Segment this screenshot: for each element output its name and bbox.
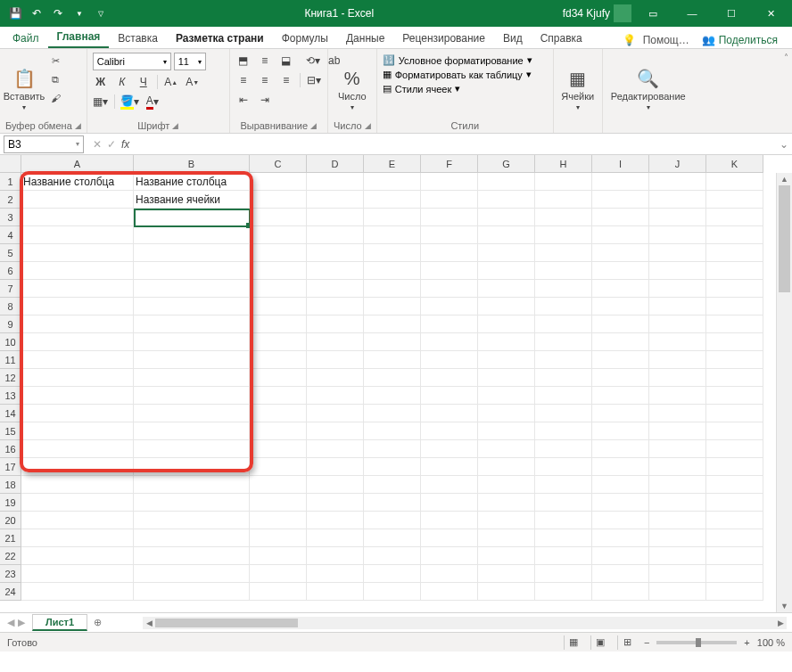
row-header[interactable]: 15 [0, 422, 21, 440]
cell[interactable] [21, 351, 134, 369]
cell[interactable] [421, 209, 478, 226]
column-header[interactable]: D [307, 155, 364, 173]
cell[interactable] [21, 458, 134, 476]
cell[interactable] [307, 405, 364, 422]
cell[interactable] [364, 565, 421, 583]
cell[interactable] [421, 316, 478, 333]
cell[interactable] [478, 529, 535, 547]
cell[interactable] [535, 191, 592, 209]
cell[interactable] [649, 173, 706, 191]
cell[interactable] [21, 387, 134, 405]
cell[interactable] [649, 387, 706, 405]
sheet-prev-icon[interactable]: ◀ [7, 617, 14, 628]
column-header[interactable]: J [649, 155, 706, 173]
cell[interactable] [364, 512, 421, 529]
cell[interactable] [364, 476, 421, 494]
tab-review[interactable]: Рецензирование [393, 29, 494, 48]
copy-icon[interactable]: ⧉ [46, 71, 64, 87]
cell[interactable] [478, 226, 535, 244]
cell[interactable] [21, 369, 134, 387]
cell[interactable] [134, 547, 250, 565]
cell[interactable] [421, 458, 478, 476]
cell[interactable] [592, 583, 649, 601]
cell[interactable] [134, 476, 250, 494]
cell[interactable] [21, 209, 134, 226]
cell[interactable] [307, 351, 364, 369]
cell[interactable] [592, 440, 649, 458]
cell[interactable] [21, 476, 134, 494]
zoom-slider[interactable] [656, 641, 737, 644]
tellme-label[interactable]: Помощ… [643, 34, 689, 46]
cell[interactable] [421, 280, 478, 298]
cell[interactable] [649, 583, 706, 601]
cell[interactable] [21, 512, 134, 529]
undo-icon[interactable]: ↶ [27, 4, 46, 23]
column-header[interactable]: A [21, 155, 134, 173]
cell[interactable] [535, 351, 592, 369]
column-header[interactable]: K [706, 155, 763, 173]
horizontal-scrollbar[interactable]: ◀ ▶ [143, 617, 787, 629]
cell[interactable] [478, 244, 535, 262]
cell[interactable] [364, 173, 421, 191]
cell[interactable] [592, 458, 649, 476]
cell[interactable]: Название столбца [21, 173, 134, 191]
cell[interactable] [592, 351, 649, 369]
row-header[interactable]: 20 [0, 512, 21, 529]
tab-view[interactable]: Вид [494, 29, 532, 48]
cell[interactable] [364, 547, 421, 565]
column-header[interactable]: G [478, 155, 535, 173]
scroll-left-icon[interactable]: ◀ [143, 617, 155, 629]
cell[interactable] [706, 529, 763, 547]
cell[interactable] [706, 422, 763, 440]
cell[interactable] [649, 316, 706, 333]
grow-font-icon[interactable]: A▲ [163, 74, 179, 90]
cell[interactable] [421, 565, 478, 583]
cell[interactable] [21, 316, 134, 333]
cell[interactable] [250, 405, 307, 422]
cell[interactable] [535, 494, 592, 512]
column-header[interactable]: E [364, 155, 421, 173]
select-all-button[interactable] [0, 155, 21, 173]
cell[interactable] [250, 280, 307, 298]
cell[interactable] [478, 280, 535, 298]
row-header[interactable]: 11 [0, 351, 21, 369]
cell[interactable] [250, 494, 307, 512]
cell[interactable] [307, 226, 364, 244]
cell[interactable] [478, 512, 535, 529]
cell[interactable] [649, 512, 706, 529]
cell[interactable] [649, 298, 706, 316]
cell[interactable] [706, 298, 763, 316]
tab-data[interactable]: Данные [337, 29, 393, 48]
cell[interactable] [706, 494, 763, 512]
cell[interactable] [421, 405, 478, 422]
cell[interactable] [706, 387, 763, 405]
cell[interactable] [307, 316, 364, 333]
row-header[interactable]: 4 [0, 226, 21, 244]
cell[interactable] [364, 244, 421, 262]
cell[interactable] [421, 226, 478, 244]
cell[interactable] [421, 298, 478, 316]
cell[interactable] [706, 226, 763, 244]
cell[interactable] [592, 512, 649, 529]
add-sheet-button[interactable]: ⊕ [87, 617, 107, 628]
cell[interactable] [250, 209, 307, 226]
cell[interactable] [478, 440, 535, 458]
cell[interactable] [706, 351, 763, 369]
page-break-view-icon[interactable]: ⊞ [617, 635, 637, 650]
cell[interactable] [250, 351, 307, 369]
cell[interactable] [535, 512, 592, 529]
cell[interactable] [134, 226, 250, 244]
cell[interactable] [21, 494, 134, 512]
cell[interactable] [364, 333, 421, 351]
cell[interactable] [307, 262, 364, 280]
row-header[interactable]: 8 [0, 298, 21, 316]
row-header[interactable]: 23 [0, 565, 21, 583]
cell[interactable] [364, 422, 421, 440]
font-color-icon[interactable]: A▾ [144, 94, 161, 110]
cell[interactable] [21, 529, 134, 547]
cell[interactable] [706, 280, 763, 298]
cell[interactable] [307, 173, 364, 191]
cell[interactable] [307, 529, 364, 547]
cell[interactable] [478, 583, 535, 601]
cell[interactable] [592, 298, 649, 316]
